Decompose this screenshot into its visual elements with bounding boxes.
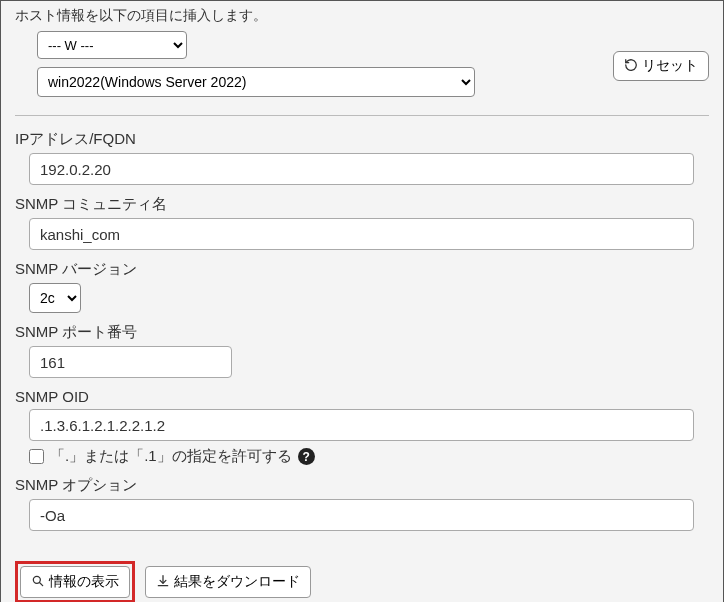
field-oid: SNMP OID 「.」または「.1」の指定を許可する ? (15, 388, 709, 466)
label-community: SNMP コミュニティ名 (15, 195, 709, 214)
instruction-text: ホスト情報を以下の項目に挿入します。 (15, 7, 603, 25)
label-port: SNMP ポート番号 (15, 323, 709, 342)
highlight-show-info: 情報の表示 (15, 561, 135, 602)
input-options[interactable] (29, 499, 694, 531)
show-info-label: 情報の表示 (49, 573, 119, 591)
input-port[interactable] (29, 346, 232, 378)
separator (15, 115, 709, 116)
label-options: SNMP オプション (15, 476, 709, 495)
input-ip[interactable] (29, 153, 694, 185)
field-options: SNMP オプション (15, 476, 709, 531)
svg-line-1 (39, 582, 42, 585)
checkbox-allow-dot[interactable] (29, 449, 44, 464)
form-panel: ホスト情報を以下の項目に挿入します。 --- W --- win2022(Win… (0, 0, 724, 602)
label-oid: SNMP OID (15, 388, 709, 405)
search-icon (31, 574, 45, 591)
input-community[interactable] (29, 218, 694, 250)
reset-label: リセット (642, 57, 698, 75)
input-oid[interactable] (29, 409, 694, 441)
reset-button[interactable]: リセット (613, 51, 709, 81)
undo-icon (624, 58, 638, 75)
field-port: SNMP ポート番号 (15, 323, 709, 378)
field-ip: IPアドレス/FQDN (15, 130, 709, 185)
help-icon[interactable]: ? (298, 448, 315, 465)
label-allow-dot: 「.」または「.1」の指定を許可する (50, 447, 292, 466)
field-version: SNMP バージョン 2c (15, 260, 709, 313)
label-ip: IPアドレス/FQDN (15, 130, 709, 149)
show-info-button[interactable]: 情報の表示 (20, 566, 130, 598)
download-button[interactable]: 結果をダウンロード (145, 566, 311, 598)
label-version: SNMP バージョン (15, 260, 709, 279)
field-community: SNMP コミュニティ名 (15, 195, 709, 250)
select-host[interactable]: win2022(Windows Server 2022) (37, 67, 475, 97)
download-icon (156, 574, 170, 591)
select-w[interactable]: --- W --- (37, 31, 187, 59)
download-label: 結果をダウンロード (174, 573, 300, 591)
select-version[interactable]: 2c (29, 283, 81, 313)
